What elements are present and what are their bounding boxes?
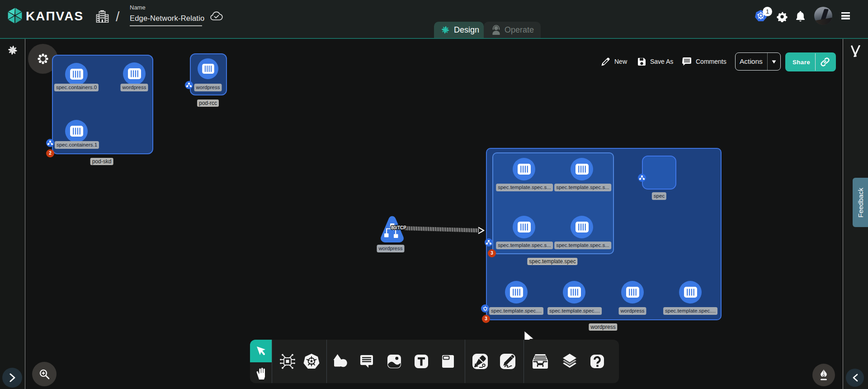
svg-text:80/TCP: 80/TCP: [391, 225, 406, 230]
